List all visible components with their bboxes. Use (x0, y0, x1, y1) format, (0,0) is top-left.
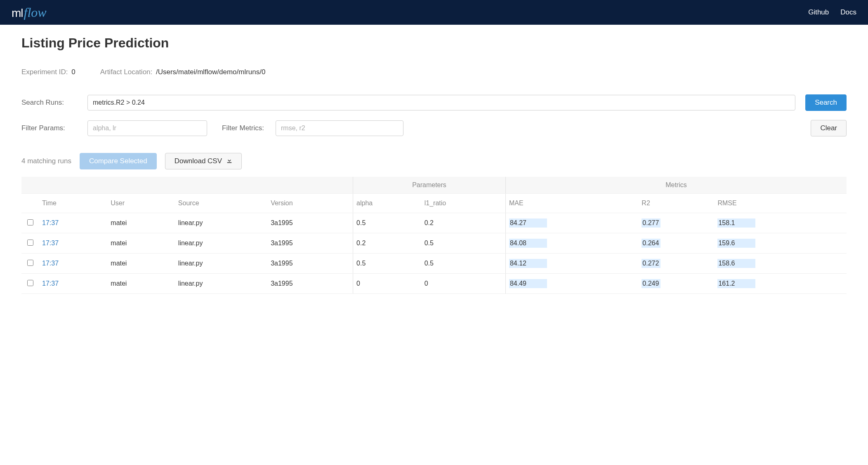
run-time-link[interactable]: 17:37 (42, 219, 59, 226)
run-mae: 84.49 (505, 274, 638, 294)
run-rmse: 158.6 (714, 254, 847, 274)
clear-button[interactable]: Clear (811, 120, 847, 136)
run-rmse: 161.2 (714, 274, 847, 294)
search-label: Search Runs: (21, 99, 87, 107)
run-r2: 0.277 (638, 213, 714, 233)
run-r2: 0.264 (638, 233, 714, 254)
run-version: 3a1995 (267, 213, 353, 233)
col-mae: MAE (505, 194, 638, 213)
run-time-link[interactable]: 17:37 (42, 260, 59, 267)
run-alpha: 0.2 (353, 233, 421, 254)
col-l1ratio: l1_ratio (421, 194, 506, 213)
table-row: 17:37mateilinear.py3a19950084.490.249161… (21, 274, 847, 294)
col-version: Version (267, 194, 353, 213)
table-row: 17:37mateilinear.py3a19950.20.584.080.26… (21, 233, 847, 254)
run-time-link[interactable]: 17:37 (42, 240, 59, 247)
run-alpha: 0 (353, 274, 421, 294)
run-r2: 0.249 (638, 274, 714, 294)
run-user: matei (107, 213, 175, 233)
run-mae: 84.27 (505, 213, 638, 233)
artifact-location-value: /Users/matei/mlflow/demo/mlruns/0 (156, 68, 265, 76)
download-csv-label: Download CSV (175, 157, 222, 165)
search-button[interactable]: Search (805, 94, 847, 111)
runs-table: Parameters Metrics Time User Source Vers… (21, 177, 847, 294)
col-alpha: alpha (353, 194, 421, 213)
row-checkbox[interactable] (27, 260, 33, 266)
experiment-id-label: Experiment ID: (21, 68, 68, 76)
filter-params-input[interactable] (87, 120, 207, 136)
run-l1ratio: 0.2 (421, 213, 506, 233)
compare-selected-button[interactable]: Compare Selected (80, 153, 157, 169)
run-user: matei (107, 254, 175, 274)
group-blank (21, 177, 353, 194)
run-l1ratio: 0.5 (421, 233, 506, 254)
col-r2: R2 (638, 194, 714, 213)
experiment-meta: Experiment ID: 0 Artifact Location: /Use… (21, 68, 847, 76)
group-metrics: Metrics (505, 177, 847, 194)
filter-metrics-label: Filter Metrics: (222, 124, 264, 132)
logo[interactable]: mlflow (12, 5, 47, 20)
navbar: mlflow Github Docs (0, 0, 868, 25)
experiment-id: Experiment ID: 0 (21, 68, 75, 76)
nav-docs-link[interactable]: Docs (840, 8, 856, 16)
run-user: matei (107, 274, 175, 294)
download-csv-button[interactable]: Download CSV (165, 153, 242, 169)
run-source: linear.py (175, 254, 267, 274)
row-checkbox[interactable] (27, 219, 33, 225)
row-checkbox[interactable] (27, 280, 33, 286)
run-version: 3a1995 (267, 233, 353, 254)
run-alpha: 0.5 (353, 213, 421, 233)
run-alpha: 0.5 (353, 254, 421, 274)
download-icon (226, 157, 232, 165)
filter-metrics-input[interactable] (276, 120, 403, 136)
run-version: 3a1995 (267, 254, 353, 274)
col-rmse: RMSE (714, 194, 847, 213)
run-r2: 0.272 (638, 254, 714, 274)
matching-runs-text: 4 matching runs (21, 157, 71, 165)
table-row: 17:37mateilinear.py3a19950.50.284.270.27… (21, 213, 847, 233)
run-user: matei (107, 233, 175, 254)
group-parameters: Parameters (353, 177, 506, 194)
run-mae: 84.08 (505, 233, 638, 254)
search-input[interactable] (87, 95, 795, 110)
run-l1ratio: 0 (421, 274, 506, 294)
logo-ml: ml (12, 7, 23, 20)
col-source: Source (175, 194, 267, 213)
run-time-link[interactable]: 17:37 (42, 280, 59, 287)
row-checkbox[interactable] (27, 240, 33, 246)
table-group-row: Parameters Metrics (21, 177, 847, 194)
col-checkbox (21, 194, 39, 213)
table-col-row: Time User Source Version alpha l1_ratio … (21, 194, 847, 213)
run-rmse: 158.1 (714, 213, 847, 233)
col-time: Time (39, 194, 107, 213)
nav-links: Github Docs (808, 8, 856, 16)
actions-row: 4 matching runs Compare Selected Downloa… (21, 153, 847, 169)
artifact-location: Artifact Location: /Users/matei/mlflow/d… (100, 68, 266, 76)
nav-github-link[interactable]: Github (808, 8, 829, 16)
run-version: 3a1995 (267, 274, 353, 294)
experiment-id-value: 0 (71, 68, 75, 76)
filter-row: Filter Params: Filter Metrics: Clear (21, 120, 847, 136)
run-source: linear.py (175, 213, 267, 233)
filter-params-label: Filter Params: (21, 124, 87, 132)
run-mae: 84.12 (505, 254, 638, 274)
run-l1ratio: 0.5 (421, 254, 506, 274)
artifact-location-label: Artifact Location: (100, 68, 153, 76)
main-container: Listing Price Prediction Experiment ID: … (0, 25, 868, 305)
run-rmse: 159.6 (714, 233, 847, 254)
table-row: 17:37mateilinear.py3a19950.50.584.120.27… (21, 254, 847, 274)
col-user: User (107, 194, 175, 213)
logo-flow: flow (24, 5, 47, 20)
run-source: linear.py (175, 233, 267, 254)
run-source: linear.py (175, 274, 267, 294)
search-row: Search Runs: Search (21, 94, 847, 111)
page-title: Listing Price Prediction (21, 35, 847, 51)
